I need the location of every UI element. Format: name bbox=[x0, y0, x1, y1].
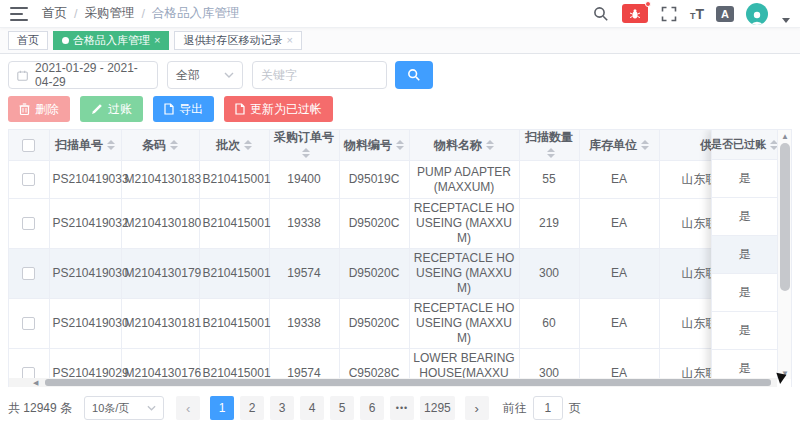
cell-scan: PS210419032 bbox=[49, 199, 121, 249]
keyword-placeholder: 关键字 bbox=[261, 67, 297, 84]
row-checkbox[interactable] bbox=[22, 139, 35, 152]
checkbox-cell bbox=[9, 161, 49, 199]
close-tab-icon[interactable]: × bbox=[154, 35, 160, 46]
sort-caret-icon[interactable] bbox=[547, 148, 555, 158]
user-avatar[interactable] bbox=[746, 3, 768, 25]
export-button[interactable]: 导出 bbox=[153, 96, 214, 122]
row-checkbox[interactable] bbox=[22, 173, 35, 186]
sort-caret-icon[interactable] bbox=[170, 140, 178, 150]
close-tab-icon[interactable]: × bbox=[286, 35, 292, 46]
fullscreen-icon[interactable] bbox=[660, 5, 678, 23]
cell-unit: EA bbox=[579, 199, 659, 249]
filter-row: 2021-01-29 - 2021-04-29 全部 关键字 bbox=[8, 61, 792, 89]
category-select[interactable]: 全部 bbox=[167, 61, 243, 89]
row-checkbox[interactable] bbox=[22, 217, 35, 230]
cell-mat_name: PUMP ADAPTER (MAXXUM) bbox=[409, 161, 519, 199]
cell-batch: B210415001 bbox=[199, 249, 269, 299]
font-size-icon[interactable]: TT bbox=[690, 7, 704, 21]
fixed-column-header[interactable]: 是否已过账 bbox=[712, 130, 777, 160]
breadcrumb-purchase[interactable]: 采购管理 bbox=[84, 5, 134, 22]
table-row[interactable]: PS210419032M2104130180B21041500119338D95… bbox=[9, 199, 779, 249]
error-log-button[interactable] bbox=[622, 4, 648, 23]
page-number-list: 123456•••1295 bbox=[210, 396, 455, 420]
cell-barcode: M2104130183 bbox=[121, 161, 199, 199]
row-checkbox[interactable] bbox=[22, 267, 35, 280]
goto-page-input[interactable] bbox=[533, 396, 563, 420]
next-page-button[interactable]: › bbox=[465, 396, 489, 420]
avatar-caret-icon[interactable] bbox=[782, 18, 790, 23]
search-icon[interactable] bbox=[592, 5, 610, 23]
table-row[interactable]: PS210419030M2104130179B21041500119574D95… bbox=[9, 249, 779, 299]
trash-icon bbox=[19, 103, 30, 115]
cell-qty: 55 bbox=[519, 161, 579, 199]
page-number-button[interactable]: 2 bbox=[240, 396, 264, 420]
sort-caret-icon[interactable] bbox=[641, 140, 649, 150]
vertical-scroll-thumb[interactable] bbox=[780, 143, 790, 291]
table-row[interactable]: PS210419029M2104130176B21041500119574C95… bbox=[9, 349, 779, 379]
horizontal-scroll-thumb[interactable] bbox=[45, 379, 771, 386]
cell-qty: 300 bbox=[519, 249, 579, 299]
cell-barcode: M2104130180 bbox=[121, 199, 199, 249]
column-header[interactable]: 采购订单号 bbox=[269, 130, 339, 161]
sort-caret-icon[interactable] bbox=[396, 140, 404, 150]
tab-home[interactable]: 首页 bbox=[8, 31, 48, 50]
hamburger-menu-icon[interactable] bbox=[10, 7, 28, 21]
cell-barcode: M2104130181 bbox=[121, 299, 199, 349]
vertical-scrollbar[interactable]: ▲ ▼ bbox=[777, 130, 791, 379]
page-ellipsis[interactable]: ••• bbox=[390, 396, 414, 420]
column-header-label: 物料名称 bbox=[434, 138, 482, 152]
column-header-label: 批次 bbox=[216, 138, 240, 152]
page-number-button[interactable]: 6 bbox=[360, 396, 384, 420]
page-number-button[interactable]: 3 bbox=[270, 396, 294, 420]
button-label: 更新为已过帐 bbox=[250, 101, 322, 118]
cell-po: 19338 bbox=[269, 199, 339, 249]
sort-caret-icon[interactable] bbox=[244, 140, 252, 150]
cell-posted: 是 bbox=[712, 274, 777, 312]
prev-page-button[interactable]: ‹ bbox=[176, 396, 200, 420]
data-table: 扫描单号条码批次采购订单号物料编号物料名称扫描数量库存单位供应商 PS21041… bbox=[8, 129, 792, 387]
action-button-row: 删除 过账 导出 更新为已过帐 bbox=[8, 96, 792, 122]
language-switch-icon[interactable]: A bbox=[716, 6, 734, 22]
column-header-label: 物料编号 bbox=[344, 138, 392, 152]
update-posted-button[interactable]: 更新为已过帐 bbox=[224, 96, 333, 122]
table-row[interactable]: PS210419033M2104130183B21041500119400D95… bbox=[9, 161, 779, 199]
checkbox-cell bbox=[9, 199, 49, 249]
goto-label: 前往 bbox=[503, 400, 527, 417]
column-header[interactable]: 扫描单号 bbox=[49, 130, 121, 161]
row-checkbox[interactable] bbox=[22, 317, 35, 330]
sort-caret-icon[interactable] bbox=[302, 148, 310, 158]
page-number-button[interactable]: 1 bbox=[210, 396, 234, 420]
sort-caret-icon[interactable] bbox=[486, 140, 494, 150]
date-range-input[interactable]: 2021-01-29 - 2021-04-29 bbox=[8, 61, 158, 89]
page-number-button[interactable]: 4 bbox=[300, 396, 324, 420]
column-header[interactable]: 批次 bbox=[199, 130, 269, 161]
cell-batch: B210415001 bbox=[199, 161, 269, 199]
horizontal-scrollbar[interactable]: ◀ bbox=[9, 378, 777, 387]
column-header[interactable]: 库存单位 bbox=[579, 130, 659, 161]
tab-return-seal-move[interactable]: 退供封存区移动记录 × bbox=[174, 31, 301, 50]
column-header[interactable]: 物料名称 bbox=[409, 130, 519, 161]
page-number-button[interactable]: 1295 bbox=[420, 396, 455, 420]
cell-po: 19338 bbox=[269, 299, 339, 349]
post-button[interactable]: 过账 bbox=[80, 96, 143, 122]
tab-qualified-inbound[interactable]: 合格品入库管理 × bbox=[53, 31, 169, 50]
page-number-button[interactable]: 5 bbox=[330, 396, 354, 420]
column-header[interactable]: 物料编号 bbox=[339, 130, 409, 161]
column-header[interactable]: 扫描数量 bbox=[519, 130, 579, 161]
keyword-input[interactable]: 关键字 bbox=[252, 61, 387, 89]
page-size-select[interactable]: 10条/页 bbox=[84, 396, 164, 420]
cell-unit: EA bbox=[579, 161, 659, 199]
calendar-icon bbox=[17, 69, 28, 82]
column-header[interactable]: 条码 bbox=[121, 130, 199, 161]
search-button[interactable] bbox=[395, 61, 433, 89]
sort-caret-icon[interactable] bbox=[107, 140, 115, 150]
delete-button[interactable]: 删除 bbox=[8, 96, 70, 122]
cell-qty: 300 bbox=[519, 349, 579, 379]
scroll-left-arrow-icon[interactable]: ◀ bbox=[33, 378, 43, 387]
checkbox-cell bbox=[9, 299, 49, 349]
scroll-up-arrow-icon[interactable]: ▲ bbox=[778, 130, 792, 142]
breadcrumb-home[interactable]: 首页 bbox=[42, 5, 67, 22]
table-row[interactable]: PS210419030M2104130181B21041500119338D95… bbox=[9, 299, 779, 349]
cell-mat_name: RECEPTACLE HOUSEING (MAXXUM) bbox=[409, 199, 519, 249]
cell-scan: PS210419029 bbox=[49, 349, 121, 379]
